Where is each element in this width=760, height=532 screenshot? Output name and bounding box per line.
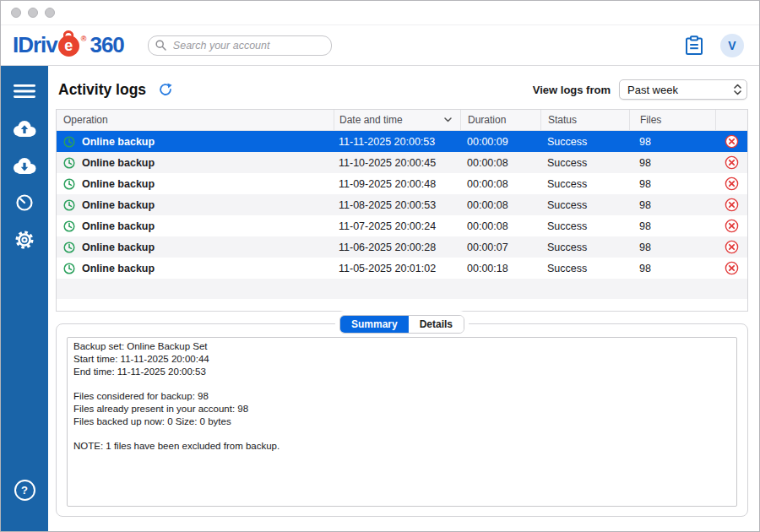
question-mark-icon: ?: [21, 484, 28, 497]
files-cell: 98: [629, 215, 715, 236]
table-filler: [57, 299, 747, 311]
status-cell: Success: [540, 194, 629, 215]
table-header: Operation Date and time Duration Status …: [57, 110, 747, 131]
tab-summary[interactable]: Summary: [340, 316, 409, 333]
sidebar-item-activity[interactable]: [1, 193, 48, 213]
detail-tabs: Summary Details: [339, 315, 464, 334]
log-rows: Online backup 11-11-2025 20:00:53 00:00:…: [57, 131, 747, 279]
datetime-cell: 11-06-2025 20:00:28: [334, 236, 460, 258]
delete-log-button[interactable]: [715, 131, 747, 152]
delete-x-icon: [725, 240, 739, 254]
logo-text-left: IDriv: [13, 32, 57, 58]
registered-mark: ®: [81, 35, 87, 43]
column-duration[interactable]: Duration: [460, 110, 540, 130]
backup-clock-icon: [63, 263, 75, 274]
operation-cell: Online backup: [57, 236, 334, 258]
delete-log-button[interactable]: [715, 236, 747, 258]
activity-logs-table: Operation Date and time Duration Status …: [56, 109, 748, 312]
table-row[interactable]: Online backup 11-07-2025 20:00:24 00:00:…: [57, 215, 747, 236]
table-row[interactable]: Online backup 11-08-2025 20:00:53 00:00:…: [57, 194, 747, 215]
backup-clock-icon: [63, 136, 75, 148]
delete-log-button[interactable]: [715, 258, 747, 279]
refresh-logs-button[interactable]: [158, 82, 173, 97]
datetime-cell: 11-07-2025 20:00:24: [334, 215, 460, 236]
delete-log-button[interactable]: [715, 152, 747, 173]
status-cell: Success: [540, 131, 629, 152]
operation-cell: Online backup: [57, 215, 334, 236]
datetime-cell: 11-08-2025 20:00:53: [334, 194, 460, 215]
delete-log-button[interactable]: [715, 194, 747, 215]
operation-cell: Online backup: [57, 173, 334, 194]
titlebar: [1, 1, 759, 25]
operation-cell: Online backup: [57, 194, 334, 215]
duration-cell: 00:00:18: [460, 258, 540, 279]
sidebar-item-menu[interactable]: [1, 81, 48, 101]
files-cell: 98: [629, 173, 715, 194]
cloud-download-icon: [12, 157, 37, 175]
datetime-cell: 11-11-2025 20:00:53: [334, 131, 460, 152]
delete-log-button[interactable]: [715, 173, 747, 194]
column-files[interactable]: Files: [629, 110, 715, 130]
activity-report-button[interactable]: [685, 35, 703, 56]
account-search[interactable]: [148, 35, 332, 56]
column-status[interactable]: Status: [540, 110, 629, 130]
view-logs-from-label: View logs from: [533, 84, 611, 96]
zoom-window-button[interactable]: [45, 8, 55, 18]
delete-x-icon: [725, 198, 739, 212]
delete-log-button[interactable]: [715, 215, 747, 236]
status-cell: Success: [540, 236, 629, 258]
table-row[interactable]: Online backup 11-05-2025 20:01:02 00:00:…: [57, 258, 747, 279]
files-cell: 98: [629, 258, 715, 279]
idrive-360-logo: IDriv e ® 360: [13, 32, 124, 58]
sidebar-item-settings[interactable]: [1, 230, 48, 250]
column-operation[interactable]: Operation: [57, 110, 334, 130]
tab-details[interactable]: Details: [409, 316, 464, 333]
duration-cell: 00:00:07: [460, 236, 540, 258]
backup-clock-icon: [63, 199, 75, 211]
table-row[interactable]: Online backup 11-09-2025 20:00:48 00:00:…: [57, 173, 747, 194]
column-date-and-time[interactable]: Date and time: [334, 110, 460, 130]
page-title: Activity logs: [58, 81, 146, 99]
activity-logs-page: Activity logs View logs from Past week: [48, 66, 759, 531]
delete-x-icon: [725, 219, 739, 233]
period-select[interactable]: Past week: [619, 79, 747, 100]
column-actions: [715, 110, 747, 130]
datetime-cell: 11-10-2025 20:00:45: [334, 152, 460, 173]
files-cell: 98: [629, 131, 715, 152]
clipboard-icon: [685, 35, 703, 56]
user-avatar[interactable]: V: [720, 34, 744, 57]
table-row[interactable]: Online backup 11-10-2025 20:00:45 00:00:…: [57, 152, 747, 173]
files-cell: 98: [629, 194, 715, 215]
duration-cell: 00:00:09: [460, 131, 540, 152]
status-cell: Success: [540, 173, 629, 194]
backup-clock-icon: [63, 220, 75, 232]
duration-cell: 00:00:08: [460, 215, 540, 236]
backup-clock-icon: [63, 242, 75, 253]
app-header: IDriv e ® 360 V: [1, 25, 759, 66]
period-select-value: Past week: [627, 84, 678, 96]
search-icon: [155, 40, 166, 51]
datetime-cell: 11-05-2025 20:01:02: [334, 258, 460, 279]
delete-x-icon: [725, 261, 739, 275]
duration-cell: 00:00:08: [460, 194, 540, 215]
datetime-cell: 11-09-2025 20:00:48: [334, 173, 460, 194]
app-window: IDriv e ® 360 V: [0, 0, 760, 532]
minimize-window-button[interactable]: [28, 8, 38, 18]
logo-text-right: 360: [90, 32, 123, 58]
gear-icon: [14, 230, 35, 250]
status-cell: Success: [540, 258, 629, 279]
table-row[interactable]: Online backup 11-06-2025 20:00:28 00:00:…: [57, 236, 747, 258]
help-button[interactable]: ?: [14, 480, 35, 501]
delete-x-icon: [725, 134, 739, 149]
delete-x-icon: [725, 155, 739, 170]
operation-cell: Online backup: [57, 152, 334, 173]
sidebar-item-restore[interactable]: [1, 155, 48, 176]
sidebar-item-backup[interactable]: [1, 118, 48, 138]
refresh-icon: [158, 82, 173, 97]
search-input[interactable]: [171, 39, 324, 52]
duration-cell: 00:00:08: [460, 152, 540, 173]
sidebar-nav: ?: [1, 66, 48, 531]
close-window-button[interactable]: [11, 8, 21, 18]
table-row[interactable]: Online backup 11-11-2025 20:00:53 00:00:…: [57, 131, 747, 152]
files-cell: 98: [629, 152, 715, 173]
